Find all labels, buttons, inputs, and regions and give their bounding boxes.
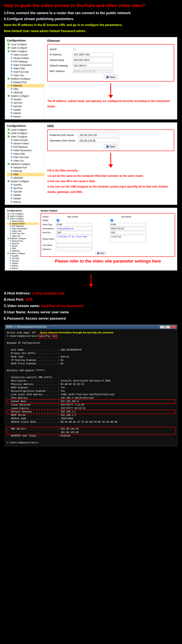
tree-system[interactable]: System Configure — [7, 180, 44, 183]
tree-gb[interactable]: GB28181 — [7, 91, 44, 94]
tree-system[interactable]: System Configure — [7, 94, 44, 98]
tree-video[interactable]: Video Configure — [7, 218, 39, 220]
tree-gb[interactable]: GB28181 — [7, 250, 39, 252]
minimize-button[interactable]: — — [160, 326, 165, 328]
tree-local[interactable]: Local Configure — [7, 128, 44, 132]
tree-dns[interactable]: DNS — [7, 247, 39, 250]
close-button[interactable]: ✕ — [171, 326, 176, 328]
alt-dns-input[interactable] — [78, 138, 119, 143]
cmd-window: 管理员: C:\Windows\system32\cmd.exe — □ ✕ A… — [5, 324, 177, 446]
streamname-sub-input[interactable]: live2/sub — [110, 235, 146, 243]
protol-sub-input[interactable] — [110, 223, 146, 226]
tree-sysuser[interactable]: SysUser — [7, 105, 44, 108]
tree-video-params[interactable]: Video Parameters — [7, 149, 44, 152]
tree-systime[interactable]: SysTime — [7, 101, 44, 105]
tree-local[interactable]: Local Configure — [7, 212, 39, 215]
tree-wlan[interactable]: WLAN — [7, 245, 39, 247]
stream-redbox: StreamMain Stream Enable Protol Type Hos… — [41, 213, 175, 257]
tree-reboot[interactable]: Reboot — [7, 115, 44, 118]
tree-default[interactable]: Default — [7, 197, 44, 200]
hostport-sub-input[interactable] — [110, 231, 146, 234]
tree-network[interactable]: NetWork Configure — [7, 162, 44, 166]
tree-network-port[interactable]: Network Port — [7, 80, 44, 84]
password-input[interactable] — [56, 248, 92, 251]
arrow-down-icon — [109, 164, 113, 168]
tree-default[interactable]: Default — [7, 265, 39, 267]
tree-video[interactable]: Video Configure — [7, 50, 44, 53]
cmd-l13: DHCP Enabled. . . . . . . . . . . : Yes — [7, 386, 175, 390]
hostaddr-label: Host Address — [43, 228, 56, 230]
protol-main-input[interactable] — [56, 223, 92, 226]
cmd-l21: DHCP Server . . . . . . . . . . . : 192.… — [7, 414, 175, 417]
tree-dns[interactable]: DNS — [7, 88, 44, 91]
dhcp-label: DHCP — [50, 48, 73, 51]
tree-video-params[interactable]: Video Parameters — [7, 64, 44, 67]
tree-default[interactable]: Default — [7, 112, 44, 115]
tree-video-osd[interactable]: Video OSD — [7, 152, 44, 156]
tree-gb[interactable]: GB28181 — [7, 176, 44, 180]
tree-systime[interactable]: SysTime — [7, 186, 44, 190]
save-button[interactable]: Save — [104, 144, 118, 149]
tree-update[interactable]: Update — [7, 262, 39, 265]
tree-video-encode[interactable]: Video Encode — [7, 220, 39, 222]
tree-video[interactable]: Video Configure — [7, 135, 44, 138]
tree-video-params[interactable]: Video Parameters — [7, 228, 39, 230]
tree-local[interactable]: Local Configure — [7, 43, 44, 46]
tree-video-osd[interactable]: Video OSD — [7, 67, 44, 70]
tree-update[interactable]: Update — [7, 108, 44, 112]
tree-ethernet[interactable]: Ethernet — [7, 169, 44, 173]
tree-video-encode[interactable]: Video Encode — [7, 138, 44, 142]
tree-sysattr[interactable]: SystAttr — [7, 255, 39, 257]
tree-ethernet[interactable]: Ethernet — [7, 84, 44, 88]
tree-sysuser[interactable]: SysUser — [7, 260, 39, 262]
save-button[interactable]: Save — [96, 252, 106, 255]
pref-dns-input[interactable] — [78, 133, 119, 137]
streamname-main-input[interactable]: live2/key of my livestream — [56, 235, 92, 243]
tree-stream-publish[interactable]: Stream Publish — [7, 56, 44, 60]
mask-input[interactable] — [73, 58, 113, 62]
tree-rtp[interactable]: RTP Multicast — [7, 60, 44, 64]
tree-osd-font[interactable]: OSD Font Size — [7, 156, 44, 159]
tree-stream-publish[interactable]: Stream Publish — [7, 142, 44, 145]
maximize-button[interactable]: □ — [165, 326, 170, 328]
tree-audio[interactable]: Audio Configure — [7, 215, 39, 218]
tree-dns[interactable]: DNS — [7, 173, 44, 176]
tree-sysattr[interactable]: SystAttr — [7, 183, 44, 186]
enable-main-checkbox[interactable] — [57, 219, 59, 222]
ip-input[interactable] — [73, 52, 113, 57]
tree-network[interactable]: NetWork Configure — [7, 237, 39, 240]
username-input[interactable] — [56, 244, 92, 247]
dhcp-checkbox[interactable] — [73, 48, 76, 50]
tree-video-out[interactable]: Video Out — [7, 74, 44, 77]
tree-video-out[interactable]: Video Out — [7, 159, 44, 162]
enable-label: Enable — [43, 220, 56, 222]
tree-update[interactable]: Update — [7, 194, 44, 197]
hostaddr-sub-input[interactable] — [110, 227, 146, 230]
tree-video-encode[interactable]: Video Encode — [7, 53, 44, 56]
tree-sysuser[interactable]: SysUser — [7, 190, 44, 194]
save-button[interactable]: Save — [104, 75, 118, 79]
tree-osd-font[interactable]: OSD Font Size — [7, 70, 44, 74]
tree-osd-font[interactable]: OSD Font Size — [7, 232, 39, 235]
tree-system[interactable]: System Configure — [7, 252, 39, 255]
tree-systime[interactable]: SysTime — [7, 257, 39, 260]
tree-network-port[interactable]: Network Port — [7, 166, 44, 169]
tree-reboot[interactable]: Reboot — [7, 200, 44, 204]
tree-video-out[interactable]: Video Out — [7, 235, 39, 237]
tree-sysattr[interactable]: SystAttr — [7, 98, 44, 101]
tree-video-osd[interactable]: Video OSD — [7, 230, 39, 232]
hostaddr-main-input[interactable] — [56, 227, 92, 230]
tree-rtp[interactable]: RTP Multicast — [7, 145, 44, 149]
tree-network-port[interactable]: Network Port — [7, 240, 39, 242]
tree-audio[interactable]: Audio Configure — [7, 132, 44, 135]
tree-reboot[interactable]: Reboot — [7, 267, 39, 270]
gw-input[interactable] — [73, 64, 113, 68]
tree-audio[interactable]: Audio Configure — [7, 46, 44, 50]
tree-network[interactable]: NetWork Configure — [7, 77, 44, 80]
hostport-main-input[interactable] — [56, 231, 92, 234]
enable-sub-checkbox[interactable] — [111, 219, 113, 222]
tree-rtp[interactable]: RTP Multicast — [7, 225, 39, 228]
tree-ethernet[interactable]: Ethernet — [7, 242, 39, 245]
password-label: Password — [43, 248, 56, 250]
tree-stream-publish[interactable]: Stream Publish — [7, 222, 39, 225]
